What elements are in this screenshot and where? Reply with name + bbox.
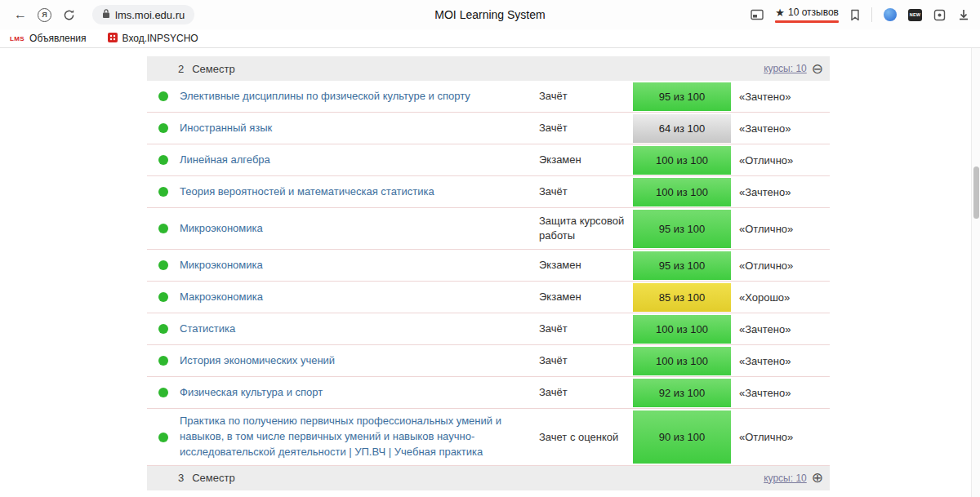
- course-row: Физическая культура и спорт Зачёт 92 из …: [147, 377, 830, 409]
- bookmark-announcements[interactable]: LMS Объявления: [10, 33, 87, 44]
- expand-icon[interactable]: ⊕: [812, 471, 823, 485]
- course-link[interactable]: Линейная алгебра: [180, 148, 539, 173]
- section-number: 2: [178, 63, 184, 75]
- exam-type: Зачёт: [539, 379, 633, 406]
- exam-type: Зачёт: [539, 348, 633, 374]
- status-dot-green: [158, 388, 168, 397]
- course-link[interactable]: Элективные дисциплины по физической куль…: [180, 84, 539, 109]
- status-dot-green: [158, 292, 168, 302]
- exam-type: Зачёт: [539, 179, 633, 205]
- course-link[interactable]: Микроэкономика: [180, 216, 539, 242]
- course-row: Микроэкономика Экзамен 95 из 100 «Отличн…: [147, 250, 830, 282]
- yandex-logo-letter: Я: [38, 8, 51, 22]
- scrollbar-thumb[interactable]: [973, 166, 979, 219]
- course-row: Практика по получению первичных професси…: [147, 409, 830, 466]
- section-number: 3: [178, 472, 184, 484]
- exam-type: Зачёт: [539, 115, 633, 141]
- status-dot-green: [158, 224, 168, 233]
- exam-type: Экзамен: [539, 284, 633, 310]
- status-cell: [147, 91, 180, 101]
- score-badge: 95 из 100: [633, 210, 731, 248]
- exam-type: Зачет с оценкой: [539, 424, 633, 450]
- course-link[interactable]: История экономических учений: [180, 348, 539, 374]
- reviews-underline: [775, 20, 839, 23]
- refresh-icon[interactable]: [58, 4, 79, 25]
- downloads-icon[interactable]: [957, 8, 970, 21]
- new-badge-icon[interactable]: NEW: [908, 9, 922, 21]
- course-row: Макроэкономика Экзамен 85 из 100 «Хорошо…: [147, 282, 830, 313]
- exam-type: Защита курсовой работы: [539, 208, 633, 249]
- lock-icon: [102, 8, 110, 21]
- course-row: Микроэкономика Защита курсовой работы 95…: [147, 208, 830, 250]
- grade-text: «Отлично»: [731, 260, 830, 272]
- grade-text: «Зачтено»: [731, 387, 830, 399]
- exam-type: Зачёт: [539, 316, 633, 342]
- address-bar[interactable]: lms.moi.edu.ru: [92, 5, 194, 24]
- courses-count-link[interactable]: курсы: 10: [764, 473, 807, 484]
- url-text: lms.moi.edu.ru: [115, 9, 185, 21]
- star-icon: ★: [775, 7, 785, 18]
- status-cell: [147, 356, 180, 366]
- back-icon[interactable]: ←: [10, 4, 31, 25]
- bookmark-label: Объявления: [29, 33, 86, 44]
- grade-text: «Отлично»: [731, 154, 830, 166]
- score-badge: 100 из 100: [633, 347, 731, 375]
- sidebar-panel-icon[interactable]: [751, 9, 764, 20]
- browser-nav-controls: ← Я lms.moi.edu.ru: [10, 4, 194, 25]
- course-link[interactable]: Иностранный язык: [180, 116, 539, 141]
- score-badge: 85 из 100: [633, 283, 731, 312]
- yandex-logo-icon[interactable]: Я: [38, 8, 51, 22]
- new-badge-label: NEW: [908, 9, 922, 21]
- section-header-semester-3: 3 Семестр курсы: 10 ⊕: [147, 466, 830, 490]
- score-badge: 92 из 100: [633, 379, 731, 407]
- exam-type: Зачёт: [539, 83, 633, 109]
- score-badge: 90 из 100: [633, 410, 731, 464]
- status-dot-green: [158, 260, 168, 270]
- course-link[interactable]: Статистика: [180, 317, 539, 342]
- status-dot-green: [158, 187, 168, 197]
- courses-count-link[interactable]: курсы: 10: [764, 63, 807, 74]
- status-cell: [147, 187, 180, 197]
- page-title[interactable]: MOI Learning System: [434, 8, 545, 21]
- score-badge: 100 из 100: [633, 178, 731, 206]
- course-row: Элективные дисциплины по физической куль…: [147, 81, 830, 113]
- exam-type: Экзамен: [539, 147, 633, 173]
- page-scrollbar[interactable]: [971, 48, 980, 497]
- site-reviews-widget[interactable]: ★ 10 отзывов: [775, 7, 839, 23]
- section-title: Семестр: [192, 472, 234, 484]
- content-area: 2 Семестр курсы: 10 ⊖ Элективные дисципл…: [0, 48, 980, 497]
- score-badge: 100 из 100: [633, 315, 731, 344]
- course-row: Статистика Зачёт 100 из 100 «Зачтено»: [147, 313, 830, 345]
- status-dot-green: [158, 433, 168, 442]
- status-cell: [147, 292, 180, 302]
- bookmark-inpsycho[interactable]: Вход.INPSYCHO: [108, 33, 198, 45]
- bookmarks-bar: LMS Объявления Вход.INPSYCHO: [0, 29, 980, 48]
- status-dot-green: [158, 324, 168, 334]
- course-row: Линейная алгебра Экзамен 100 из 100 «Отл…: [147, 144, 830, 176]
- reviews-line: ★ 10 отзывов: [775, 7, 839, 18]
- exam-type: Экзамен: [539, 252, 633, 278]
- extension-blue-icon[interactable]: [884, 8, 897, 21]
- status-cell: [147, 260, 180, 270]
- score-badge: 95 из 100: [633, 82, 731, 111]
- toolbar-divider: [871, 7, 872, 22]
- course-row: Теория вероятностей и математическая ста…: [147, 176, 830, 208]
- red-grid-icon: [108, 33, 118, 45]
- browser-toolbar: ← Я lms.moi.edu.ru MOI Learning System ★…: [0, 0, 980, 29]
- grade-text: «Зачтено»: [731, 323, 830, 335]
- extensions-icon[interactable]: [933, 9, 946, 21]
- reviews-label: 10 отзывов: [788, 7, 839, 18]
- collapse-icon[interactable]: ⊖: [812, 62, 823, 76]
- grade-text: «Зачтено»: [731, 122, 830, 135]
- course-row: История экономических учений Зачёт 100 и…: [147, 345, 830, 377]
- grade-text: «Зачтено»: [731, 355, 830, 367]
- grade-text: «Отлично»: [731, 223, 830, 235]
- bookmark-flag-icon[interactable]: [850, 9, 860, 21]
- status-cell: [147, 155, 180, 165]
- course-link[interactable]: Физическая культура и спорт: [180, 380, 539, 406]
- course-link[interactable]: Практика по получению первичных професси…: [180, 409, 539, 465]
- course-link[interactable]: Макроэкономика: [180, 285, 539, 310]
- status-cell: [147, 388, 180, 397]
- course-link[interactable]: Микроэкономика: [180, 253, 539, 278]
- course-link[interactable]: Теория вероятностей и математическая ста…: [180, 180, 539, 205]
